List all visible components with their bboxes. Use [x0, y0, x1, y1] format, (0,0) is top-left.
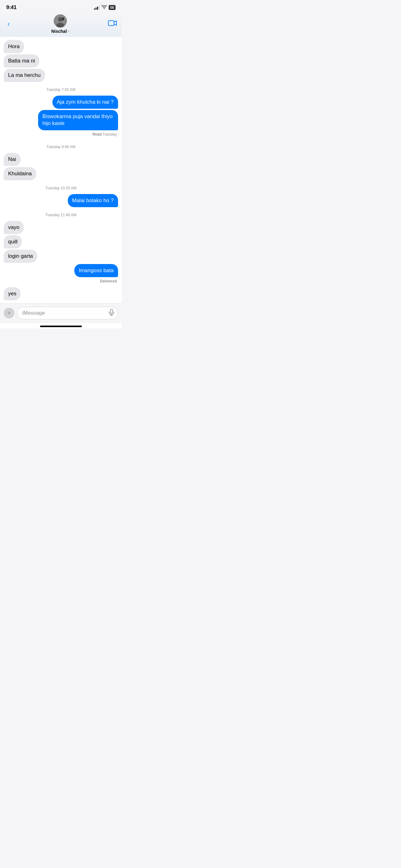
add-attachment-button[interactable]: +: [4, 308, 14, 318]
sent-bubble: Aja zym khulcha ki nai ?: [53, 96, 118, 109]
received-bubble: quill: [4, 235, 22, 248]
read-receipt: Read Tuesday: [4, 131, 118, 139]
sent-bubble: Biswokarma puja vandai thiyo hijo kasle: [38, 110, 118, 130]
status-time: 9:41: [6, 4, 16, 11]
message-row: Nai: [4, 153, 118, 166]
home-indicator: [0, 323, 122, 329]
message-row: La ma herchu: [4, 69, 118, 82]
video-call-button[interactable]: [108, 20, 117, 28]
contact-name[interactable]: Nischal ›: [51, 29, 69, 34]
status-bar: 9:41 58: [0, 0, 122, 12]
home-bar: [40, 326, 82, 327]
message-row: yes: [4, 287, 118, 300]
battery-icon: 58: [109, 5, 115, 10]
received-bubble: Khuldaina: [4, 167, 36, 180]
message-input[interactable]: [17, 307, 118, 319]
nav-bar: ‹ Nischal ›: [0, 12, 122, 37]
back-button[interactable]: ‹: [5, 19, 12, 29]
message-row: vayo: [4, 221, 118, 234]
message-row: Aja zym khulcha ki nai ?: [4, 96, 118, 109]
message-row: Malai bolako ho ?: [4, 194, 118, 207]
chevron-icon: ›: [68, 29, 69, 33]
received-bubble: Hora: [4, 40, 24, 53]
status-icons: 58: [94, 5, 115, 10]
message-row: quill: [4, 235, 118, 248]
messages-area: Hora Batta ma ni La ma herchu Tuesday 7:…: [0, 37, 122, 303]
received-bubble: vayo: [4, 221, 24, 234]
message-row: Hora: [4, 40, 118, 53]
timestamp: Tuesday 7:02 AM: [4, 83, 118, 94]
sent-bubble: Imangoss bata: [74, 264, 118, 277]
svg-rect-4: [108, 21, 114, 26]
message-input-wrapper: [17, 307, 118, 319]
received-bubble: yes: [4, 287, 21, 300]
wifi-icon: [101, 5, 107, 10]
delivered-receipt: Delivered: [4, 278, 118, 286]
avatar: [54, 14, 67, 28]
svg-point-1: [58, 17, 63, 22]
message-row: Khuldaina: [4, 167, 118, 180]
signal-icon: [94, 5, 100, 10]
received-bubble: Nai: [4, 153, 21, 166]
message-row: Imangoss bata: [4, 264, 118, 277]
message-row: Biswokarma puja vandai thiyo hijo kasle: [4, 110, 118, 130]
received-bubble: La ma herchu: [4, 69, 45, 82]
microphone-icon[interactable]: [109, 309, 114, 317]
sent-bubble: Malai bolako ho ?: [68, 194, 118, 207]
message-row: Batta ma ni: [4, 54, 118, 67]
timestamp: Tuesday 8:06 AM: [4, 140, 118, 152]
timestamp: Tuesday 10:25 AM: [4, 182, 118, 193]
received-bubble: Batta ma ni: [4, 54, 39, 67]
message-row: login garta: [4, 250, 118, 263]
timestamp: Tuesday 11:46 AM: [4, 208, 118, 220]
svg-rect-3: [62, 18, 64, 20]
received-bubble: login garta: [4, 250, 37, 263]
contact-info[interactable]: Nischal ›: [51, 14, 69, 34]
input-bar: +: [0, 303, 122, 323]
svg-rect-5: [110, 309, 113, 313]
